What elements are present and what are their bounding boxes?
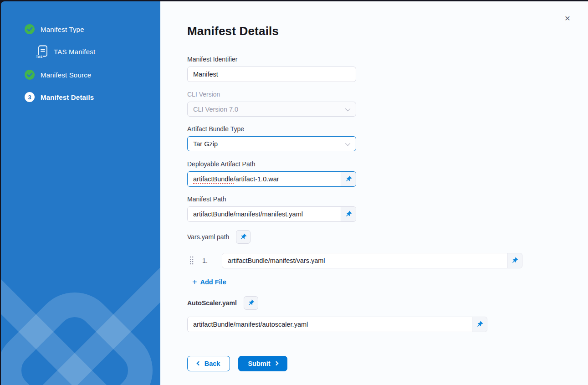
- manifest-path-label: Manifest Path: [187, 195, 588, 203]
- submit-button[interactable]: Submit: [238, 356, 287, 371]
- tas-manifest-icon: TAS: [36, 45, 48, 58]
- close-icon[interactable]: ×: [562, 13, 573, 23]
- autoscaler-path-group: [187, 317, 487, 332]
- autoscaler-label: AutoScaler.yaml: [187, 299, 237, 307]
- runtime-input-pin-button[interactable]: [244, 296, 258, 310]
- add-file-button[interactable]: + Add File: [192, 277, 226, 286]
- plus-icon: +: [192, 278, 197, 286]
- vars-yaml-label: Vars.yaml path: [187, 233, 229, 241]
- vars-yaml-file-row: 1.: [187, 253, 588, 268]
- runtime-input-pin-button[interactable]: [341, 172, 356, 186]
- cli-version-label: CLI Version: [187, 91, 588, 98]
- file-row-index: 1.: [202, 257, 211, 264]
- sidebar-subitem-tas-manifest[interactable]: TAS TAS Manifest: [36, 45, 95, 58]
- runtime-input-pin-button[interactable]: [341, 207, 356, 221]
- manifest-identifier-label: Manifest Identifier: [187, 56, 588, 63]
- vars-yaml-label-row: Vars.yaml path: [187, 230, 588, 244]
- deployable-artifact-path-input[interactable]: artifactBundle/artifact-1.0.war: [188, 172, 341, 186]
- page-title: Manifest Details: [187, 24, 588, 37]
- back-button-label: Back: [205, 360, 220, 367]
- drag-handle-icon[interactable]: [189, 256, 194, 265]
- chevron-down-icon: [345, 140, 350, 145]
- step-number-badge: 3: [25, 92, 35, 102]
- add-file-label: Add File: [200, 278, 226, 286]
- chevron-right-icon: [274, 361, 278, 366]
- autoscaler-label-row: AutoScaler.yaml: [187, 296, 588, 310]
- manifest-details-panel: × Manifest Details Manifest Identifier C…: [160, 1, 588, 385]
- step-label: Manifest Source: [41, 71, 91, 79]
- manifest-path-group: [187, 206, 356, 222]
- check-circle-icon: [25, 70, 35, 80]
- sidebar-step-manifest-details[interactable]: 3 Manifest Details: [25, 92, 94, 102]
- chevron-down-icon: [345, 106, 350, 111]
- chevron-left-icon: [196, 361, 201, 366]
- harness-logo-watermark: [1, 247, 160, 385]
- wizard-sidebar: Manifest Type TAS TAS Manifest Manif: [1, 1, 160, 385]
- check-circle-icon: [25, 24, 35, 34]
- manifest-path-input[interactable]: [188, 207, 341, 221]
- back-button[interactable]: Back: [187, 356, 230, 371]
- step-label: Manifest Details: [41, 93, 94, 101]
- footer-actions: Back Submit: [187, 356, 588, 371]
- artifact-bundle-type-select[interactable]: Tar Gzip: [187, 136, 356, 151]
- runtime-input-pin-button[interactable]: [472, 317, 487, 332]
- artifact-bundle-type-label: Artifact Bundle Type: [187, 125, 588, 133]
- runtime-input-pin-button[interactable]: [507, 253, 522, 268]
- artifact-bundle-type-value: Tar Gzip: [193, 140, 218, 148]
- deployable-artifact-path-group: artifactBundle/artifact-1.0.war: [187, 171, 356, 187]
- submit-button-label: Submit: [248, 360, 270, 367]
- runtime-input-pin-button[interactable]: [236, 230, 251, 244]
- deployable-artifact-path-label: Deployable Artifact Path: [187, 160, 588, 168]
- sidebar-step-manifest-source[interactable]: Manifest Source: [25, 70, 91, 80]
- cli-version-value: CLI Version 7.0: [193, 106, 238, 113]
- step-label: Manifest Type: [41, 26, 84, 33]
- autoscaler-path-input[interactable]: [188, 317, 472, 332]
- sidebar-step-manifest-type[interactable]: Manifest Type: [25, 24, 84, 34]
- manifest-identifier-input[interactable]: [187, 67, 356, 82]
- subitem-label: TAS Manifest: [54, 48, 95, 56]
- vars-yaml-path-group: [222, 253, 522, 268]
- cli-version-select: CLI Version 7.0: [187, 102, 356, 117]
- vars-yaml-path-input[interactable]: [222, 253, 507, 268]
- manifest-wizard-modal: Manifest Type TAS TAS Manifest Manif: [1, 1, 588, 385]
